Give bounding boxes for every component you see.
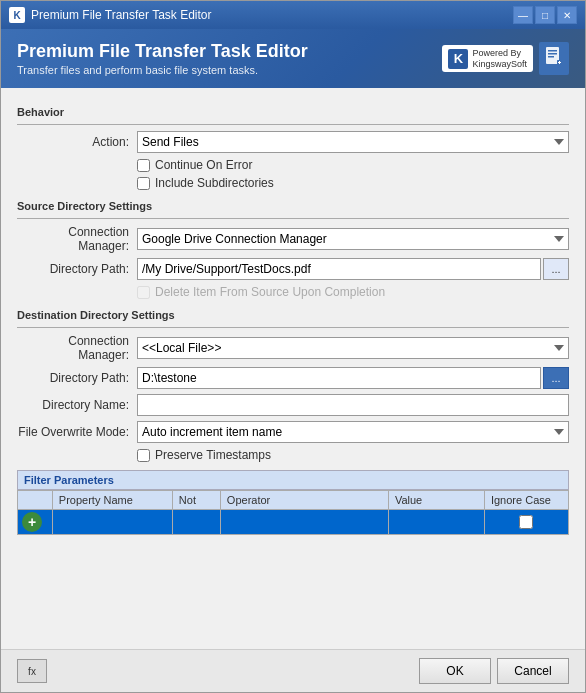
footer-buttons: OK Cancel xyxy=(419,658,569,684)
add-filter-button[interactable]: + xyxy=(22,512,42,532)
continue-on-error-label: Continue On Error xyxy=(155,158,252,172)
logo-text: Powered By KingswaySoft xyxy=(472,48,527,70)
ignore-case-checkbox-cell xyxy=(489,515,564,529)
maximize-button[interactable]: □ xyxy=(535,6,555,24)
title-bar: K Premium File Transfer Task Editor — □ … xyxy=(1,1,585,29)
operator-cell[interactable] xyxy=(220,510,388,535)
window-controls: — □ ✕ xyxy=(513,6,577,24)
source-directory-row: Directory Path: ... xyxy=(17,258,569,280)
window-title: Premium File Transfer Task Editor xyxy=(31,8,513,22)
source-connection-select[interactable]: Google Drive Connection Manager xyxy=(137,228,569,250)
logo-k-letter: K xyxy=(448,49,468,69)
dest-directory-name-row: Directory Name: xyxy=(17,394,569,416)
dest-connection-row: Connection Manager: <<Local File>> xyxy=(17,334,569,362)
include-subdirectories-row: Include Subdirectories xyxy=(137,176,569,190)
dest-directory-control: ... xyxy=(137,367,569,389)
filter-table-header: Property Name Not Operator Value Ignore xyxy=(18,491,569,510)
filter-params-section: Filter Parameters Property Name Not Oper… xyxy=(17,470,569,535)
cancel-button[interactable]: Cancel xyxy=(497,658,569,684)
dest-dir-section-label: Destination Directory Settings xyxy=(17,309,569,321)
include-subdirectories-label: Include Subdirectories xyxy=(155,176,274,190)
action-label: Action: xyxy=(17,135,137,149)
source-dir-section-label: Source Directory Settings xyxy=(17,200,569,212)
action-control: Send Files xyxy=(137,131,569,153)
source-connection-row: Connection Manager: Google Drive Connect… xyxy=(17,225,569,253)
header-subtitle: Transfer files and perform basic file sy… xyxy=(17,64,308,76)
dest-directory-row: Directory Path: ... xyxy=(17,367,569,389)
file-overwrite-select[interactable]: Auto increment item name xyxy=(137,421,569,443)
file-overwrite-label: File Overwrite Mode: xyxy=(17,425,137,439)
col-header-value: Value xyxy=(388,491,484,510)
dest-directory-name-input[interactable] xyxy=(137,394,569,416)
filter-table-new-row[interactable]: + xyxy=(18,510,569,535)
dest-browse-button[interactable]: ... xyxy=(543,367,569,389)
preserve-timestamps-row: Preserve Timestamps xyxy=(137,448,569,462)
continue-on-error-row: Continue On Error xyxy=(137,158,569,172)
delete-source-label: Delete Item From Source Upon Completion xyxy=(155,285,385,299)
preserve-timestamps-label: Preserve Timestamps xyxy=(155,448,271,462)
svg-rect-2 xyxy=(548,53,557,55)
source-dir-divider xyxy=(17,218,569,219)
logo-box: K Powered By KingswaySoft xyxy=(442,45,533,73)
svg-rect-3 xyxy=(548,56,554,58)
include-subdirectories-checkbox[interactable] xyxy=(137,177,150,190)
add-row-cell: + xyxy=(18,510,53,535)
not-cell[interactable] xyxy=(172,510,220,535)
property-name-cell[interactable] xyxy=(52,510,172,535)
close-button[interactable]: ✕ xyxy=(557,6,577,24)
action-select[interactable]: Send Files xyxy=(137,131,569,153)
main-window: K Premium File Transfer Task Editor — □ … xyxy=(0,0,586,693)
dest-directory-name-label: Directory Name: xyxy=(17,398,137,412)
file-overwrite-row: File Overwrite Mode: Auto increment item… xyxy=(17,421,569,443)
dest-directory-label: Directory Path: xyxy=(17,371,137,385)
source-connection-label: Connection Manager: xyxy=(17,225,137,253)
dest-directory-name-control xyxy=(137,394,569,416)
header-logo: K Powered By KingswaySoft xyxy=(442,42,569,75)
behavior-divider xyxy=(17,124,569,125)
app-icon: K xyxy=(9,7,25,23)
source-directory-control: ... xyxy=(137,258,569,280)
footer: fx OK Cancel xyxy=(1,649,585,692)
delete-source-row: Delete Item From Source Upon Completion xyxy=(137,285,569,299)
source-directory-label: Directory Path: xyxy=(17,262,137,276)
source-browse-button[interactable]: ... xyxy=(543,258,569,280)
ignore-case-checkbox[interactable] xyxy=(519,515,533,529)
preserve-timestamps-checkbox[interactable] xyxy=(137,449,150,462)
source-connection-control: Google Drive Connection Manager xyxy=(137,228,569,250)
logo-document-icon xyxy=(539,42,569,75)
col-header-indicator xyxy=(18,491,53,510)
behavior-section-label: Behavior xyxy=(17,106,569,118)
filter-params-label: Filter Parameters xyxy=(17,470,569,490)
file-overwrite-control: Auto increment item name xyxy=(137,421,569,443)
source-directory-input[interactable] xyxy=(137,258,541,280)
header-title: Premium File Transfer Task Editor xyxy=(17,41,308,62)
dest-connection-control: <<Local File>> xyxy=(137,337,569,359)
minimize-button[interactable]: — xyxy=(513,6,533,24)
col-header-ignore-case: Ignore Case xyxy=(484,491,568,510)
dest-connection-select[interactable]: <<Local File>> xyxy=(137,337,569,359)
dest-connection-label: Connection Manager: xyxy=(17,334,137,362)
content-area: Behavior Action: Send Files Continue On … xyxy=(1,88,585,649)
col-header-property: Property Name xyxy=(52,491,172,510)
ignore-case-cell xyxy=(484,510,568,535)
ok-button[interactable]: OK xyxy=(419,658,491,684)
header-text-block: Premium File Transfer Task Editor Transf… xyxy=(17,41,308,76)
header: Premium File Transfer Task Editor Transf… xyxy=(1,29,585,88)
delete-source-checkbox[interactable] xyxy=(137,286,150,299)
col-header-operator: Operator xyxy=(220,491,388,510)
value-cell[interactable] xyxy=(388,510,484,535)
dest-dir-divider xyxy=(17,327,569,328)
fx-button[interactable]: fx xyxy=(17,659,47,683)
action-row: Action: Send Files xyxy=(17,131,569,153)
filter-table: Property Name Not Operator Value Ignore xyxy=(17,490,569,535)
svg-rect-1 xyxy=(548,50,557,52)
col-header-not: Not xyxy=(172,491,220,510)
dest-directory-input[interactable] xyxy=(137,367,541,389)
continue-on-error-checkbox[interactable] xyxy=(137,159,150,172)
